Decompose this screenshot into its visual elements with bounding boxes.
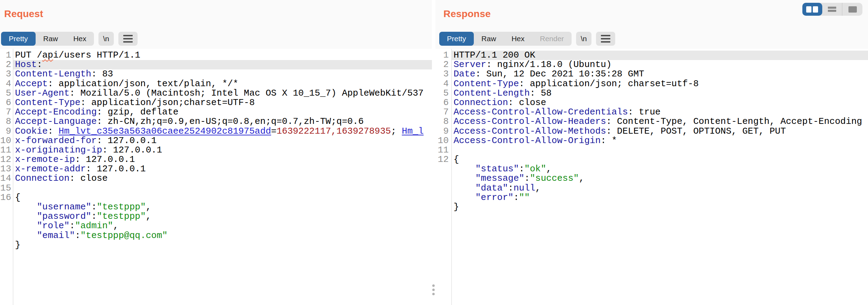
response-code-line: 4Content-Type: application/json; charset…: [435, 79, 868, 89]
hamburger-icon: [601, 35, 610, 36]
request-code-line: 4Accept: application/json, text/plain, *…: [0, 79, 432, 89]
response-code-line: 5Content-Length: 58: [435, 89, 868, 98]
line-number: 2: [435, 60, 449, 69]
request-tab-pretty[interactable]: Pretty: [1, 32, 36, 46]
line-number: 9: [0, 127, 11, 136]
request-tabbar: PrettyRawHex \n: [1, 32, 138, 46]
code-text: "password":"testppp",: [11, 212, 151, 221]
code-text: Cookie: Hm_lvt_c35e3a563a06caee2524902c8…: [11, 127, 424, 136]
response-title: Response: [443, 8, 491, 20]
code-text: Content-Type: application/json;charset=U…: [11, 98, 255, 107]
request-menu-button[interactable]: [118, 32, 138, 46]
response-code-line: 12{: [435, 155, 868, 164]
response-panel-header: Response PrettyRawHexRender \n: [435, 0, 868, 49]
request-code-line: 2Host:: [0, 60, 432, 69]
line-number: 1: [435, 51, 449, 60]
response-tab-pretty[interactable]: Pretty: [439, 32, 474, 46]
layout-split-columns-button[interactable]: [802, 3, 822, 16]
single-pane-icon: [848, 6, 857, 13]
request-code-line: 5User-Agent: Mozilla/5.0 (Macintosh; Int…: [0, 89, 432, 98]
response-tab-render: Render: [532, 32, 572, 46]
response-tab-raw[interactable]: Raw: [474, 32, 504, 46]
response-editor[interactable]: 1HTTP/1.1 200 OK2Server: nginx/1.18.0 (U…: [435, 49, 868, 305]
line-number: [435, 164, 449, 174]
line-number: 4: [435, 79, 449, 89]
code-text: Access-Control-Allow-Headers: Content-Ty…: [449, 117, 862, 126]
response-tab-hex[interactable]: Hex: [504, 32, 532, 46]
line-number: [435, 193, 449, 202]
request-newline-toggle-button[interactable]: \n: [98, 32, 114, 46]
code-text: HTTP/1.1 200 OK: [449, 51, 535, 60]
response-code-line: 6Connection: close: [435, 98, 868, 107]
request-tab-raw[interactable]: Raw: [36, 32, 66, 46]
line-number: 16: [0, 193, 11, 202]
code-text: Connection: close: [11, 174, 108, 183]
code-text: Accept: application/json, text/plain, */…: [11, 79, 238, 89]
layout-single-pane-button[interactable]: [842, 3, 862, 16]
code-text: Content-Length: 83: [11, 69, 113, 79]
line-number: 12: [435, 155, 449, 164]
line-number: 7: [0, 107, 11, 117]
line-number: 6: [0, 98, 11, 107]
drag-grip-icon: [432, 284, 435, 287]
line-number: [0, 231, 11, 240]
line-number: 3: [435, 69, 449, 79]
request-code-line: "username":"testppp",: [0, 202, 432, 212]
line-number: 4: [0, 79, 11, 89]
code-text: [449, 146, 454, 155]
layout-split-rows-button[interactable]: [822, 3, 842, 16]
response-code-line: "data":null,: [435, 184, 868, 193]
line-number: 7: [435, 107, 449, 117]
response-code-line: "status":"ok",: [435, 164, 868, 174]
line-number: 3: [0, 69, 11, 79]
line-number: 2: [0, 60, 11, 69]
code-text: "username":"testppp",: [11, 202, 151, 212]
line-number: 11: [0, 146, 11, 155]
request-editor[interactable]: 1PUT /api/users HTTP/1.12Host:3Content-L…: [0, 49, 432, 305]
code-text: x-forwarded-for: 127.0.0.1: [11, 136, 157, 146]
response-code-line: 9Access-Control-Allow-Methods: DELETE, P…: [435, 127, 868, 136]
code-text: "data":null,: [449, 184, 541, 193]
line-number: 14: [0, 174, 11, 183]
line-number: 5: [435, 89, 449, 98]
panel-divider[interactable]: [432, 0, 435, 305]
response-code-line: 2Server: nginx/1.18.0 (Ubuntu): [435, 60, 868, 69]
response-tabbar: PrettyRawHexRender \n: [439, 32, 615, 46]
code-text: x-remote-addr: 127.0.0.1: [11, 164, 146, 174]
request-code-line: 16{: [0, 193, 432, 202]
response-code-line: 7Access-Control-Allow-Credentials: true: [435, 107, 868, 117]
request-code-line: 3Content-Length: 83: [0, 69, 432, 79]
request-code-line: 6Content-Type: application/json;charset=…: [0, 98, 432, 107]
response-newline-toggle-button[interactable]: \n: [576, 32, 591, 46]
code-text: Content-Length: 58: [449, 89, 552, 98]
line-number: [0, 202, 11, 212]
line-number: [435, 174, 449, 183]
code-text: }: [449, 202, 459, 212]
response-code-line: "error":"": [435, 193, 868, 202]
request-code-line: 14Connection: close: [0, 174, 432, 183]
response-code-line: 10Access-Control-Allow-Origin: *: [435, 136, 868, 146]
code-text: "status":"ok",: [449, 164, 552, 174]
response-code-line: "message":"success",: [435, 174, 868, 183]
code-text: x-originating-ip: 127.0.0.1: [11, 146, 162, 155]
code-text: Connection: close: [449, 98, 546, 107]
code-text: Access-Control-Allow-Origin: *: [449, 136, 617, 146]
request-code-line: 8Accept-Language: zh-CN,zh;q=0.9,en-US;q…: [0, 117, 432, 126]
request-tab-hex[interactable]: Hex: [66, 32, 94, 46]
request-gutter-rule: [13, 49, 13, 305]
request-code-line: 13x-remote-addr: 127.0.0.1: [0, 164, 432, 174]
response-menu-button[interactable]: [596, 32, 615, 46]
request-panel: Request PrettyRawHex \n 1PUT /api/users …: [0, 0, 432, 305]
line-number: [435, 202, 449, 212]
request-code-line: 10x-forwarded-for: 127.0.0.1: [0, 136, 432, 146]
code-text: Accept-Language: zh-CN,zh;q=0.9,en-US;q=…: [11, 117, 364, 126]
split-rows-icon: [828, 7, 836, 12]
request-code-line: 11x-originating-ip: 127.0.0.1: [0, 146, 432, 155]
line-number: 11: [435, 146, 449, 155]
request-panel-header: Request PrettyRawHex \n: [0, 0, 432, 49]
code-text: Access-Control-Allow-Credentials: true: [449, 107, 661, 117]
code-text: "error":"": [449, 193, 530, 202]
line-number: 9: [435, 127, 449, 136]
line-number: 5: [0, 89, 11, 98]
line-number: 10: [0, 136, 11, 146]
